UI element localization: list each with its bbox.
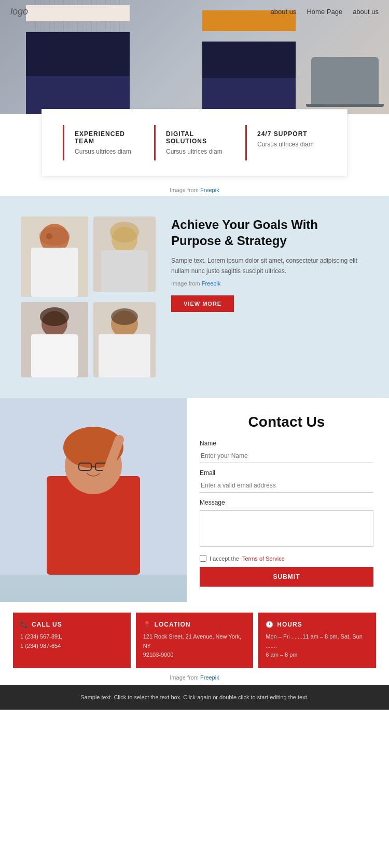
footer-card-location-content: 121 Rock Sreet, 21 Avenue, New York, NY … [143, 632, 246, 660]
features-section: EXPERIENCED TEAM Cursus ultrices diam DI… [41, 109, 348, 177]
svg-rect-2 [31, 248, 78, 297]
message-label: Message [200, 499, 373, 506]
logo: logo [10, 6, 28, 17]
svg-point-8 [110, 222, 139, 242]
feature-desc-1: Cursus ultrices diam [75, 148, 133, 155]
location-icon: 📍 [143, 621, 151, 628]
team-photo-1-svg [21, 216, 88, 297]
contact-form: Contact Us Name Email Message I accept t… [187, 398, 389, 602]
view-more-button[interactable]: VIEW MORE [171, 295, 234, 312]
team-photos-grid [21, 216, 156, 377]
team-photo-3-svg [21, 302, 88, 377]
message-textarea[interactable] [200, 510, 373, 547]
hours-line-1: Mon – Fri .......11 am – 8 pm, Sat, Sun … [266, 632, 369, 650]
footer-bottom-text: Sample text. Click to select the text bo… [80, 694, 309, 700]
tos-row: I accept the Terms of Service [200, 555, 373, 562]
nav-about-us-1[interactable]: about us [271, 8, 297, 16]
contact-section: Contact Us Name Email Message I accept t… [0, 398, 389, 602]
email-label: Email [200, 469, 373, 477]
team-photo-4-svg [93, 302, 156, 377]
contact-person-svg [0, 398, 187, 575]
svg-rect-7 [101, 250, 148, 292]
team-heading: Achieve Your Goals With Purpose & Strate… [171, 216, 368, 249]
feature-desc-3: Cursus ultrices diam [257, 141, 316, 148]
footer-card-hours-content: Mon – Fri .......11 am – 8 pm, Sat, Sun … [266, 632, 369, 660]
footer-freepik-link[interactable]: Freepik [200, 674, 219, 681]
nav-about-us-2[interactable]: about us [353, 8, 379, 16]
name-label: Name [200, 440, 373, 447]
footer-freepik-note: Image from Freepik [0, 668, 389, 685]
team-photo-2-svg [93, 216, 156, 292]
footer-card-call-content: 1 (234) 567-891, 1 (234) 987-654 [20, 632, 123, 650]
feature-item-2: DIGITAL SOLUTIONS Cursus ultrices diam [154, 125, 235, 160]
freepik-link-hero[interactable]: Freepik [200, 187, 219, 193]
team-body: Sample text. Lorem ipsum dolor sit amet,… [171, 256, 368, 276]
message-field-group: Message [200, 499, 373, 549]
footer-card-hours-title: 🕐 HOURS [266, 621, 369, 628]
team-photo-1 [21, 216, 88, 297]
contact-heading: Contact Us [200, 414, 373, 430]
svg-rect-15 [99, 334, 150, 377]
phone-icon: 📞 [20, 621, 29, 628]
feature-item-3: 24/7 SUPPORT Cursus ultrices diam [245, 125, 326, 160]
feature-title-1: EXPERIENCED TEAM [75, 130, 133, 145]
header: logo about us Home Page about us [0, 0, 389, 23]
team-freepik-link[interactable]: Freepik [202, 280, 221, 287]
feature-item-1: EXPERIENCED TEAM Cursus ultrices diam [63, 125, 144, 160]
hours-line-2: 6 am – 8 pm [266, 650, 369, 660]
feature-title-3: 24/7 SUPPORT [257, 130, 316, 138]
name-input[interactable] [200, 449, 373, 463]
svg-point-4 [39, 227, 70, 246]
freepik-note-hero: Image from Freepik [0, 182, 389, 196]
team-photo-4 [93, 302, 156, 377]
contact-photo [0, 398, 187, 602]
location-line-2: 92103-9000 [143, 650, 246, 660]
tos-checkbox[interactable] [200, 555, 206, 562]
footer-card-location: 📍 LOCATION 121 Rock Sreet, 21 Avenue, Ne… [136, 613, 254, 668]
footer-cards: 📞 CALL US 1 (234) 567-891, 1 (234) 987-6… [0, 602, 389, 668]
hero-laptop [311, 57, 379, 104]
footer-card-location-title: 📍 LOCATION [143, 621, 246, 628]
feature-title-2: DIGITAL SOLUTIONS [166, 130, 225, 145]
hero-figure-2 [202, 10, 296, 114]
footer-bottom: Sample text. Click to select the text bo… [0, 685, 389, 710]
navigation: about us Home Page about us [271, 8, 379, 16]
footer-card-hours: 🕐 HOURS Mon – Fri .......11 am – 8 pm, S… [258, 613, 376, 668]
tos-link[interactable]: Terms of Service [242, 555, 285, 562]
call-line-2: 1 (234) 987-654 [20, 642, 123, 651]
team-image-credit: Image from Freepik [171, 279, 368, 289]
feature-desc-2: Cursus ultrices diam [166, 148, 225, 155]
name-field-group: Name [200, 440, 373, 463]
team-content: Achieve Your Goals With Purpose & Strate… [166, 216, 368, 312]
email-input[interactable] [200, 479, 373, 493]
call-line-1: 1 (234) 567-891, [20, 632, 123, 642]
nav-home-page[interactable]: Home Page [307, 8, 342, 16]
clock-icon: 🕐 [266, 621, 274, 628]
svg-point-12 [40, 307, 69, 326]
footer-card-call: 📞 CALL US 1 (234) 567-891, 1 (234) 987-6… [13, 613, 131, 668]
team-photo-2 [93, 216, 156, 292]
svg-rect-11 [31, 334, 78, 377]
svg-point-16 [111, 308, 138, 325]
tos-text: I accept the [210, 555, 239, 562]
location-line-1: 121 Rock Sreet, 21 Avenue, New York, NY [143, 632, 246, 650]
footer-card-call-title: 📞 CALL US [20, 621, 123, 628]
contact-sim [0, 398, 187, 602]
team-section: Achieve Your Goals With Purpose & Strate… [0, 196, 389, 398]
submit-button[interactable]: SUBMIT [200, 567, 373, 587]
email-field-group: Email [200, 469, 373, 493]
team-photo-3 [21, 302, 88, 377]
